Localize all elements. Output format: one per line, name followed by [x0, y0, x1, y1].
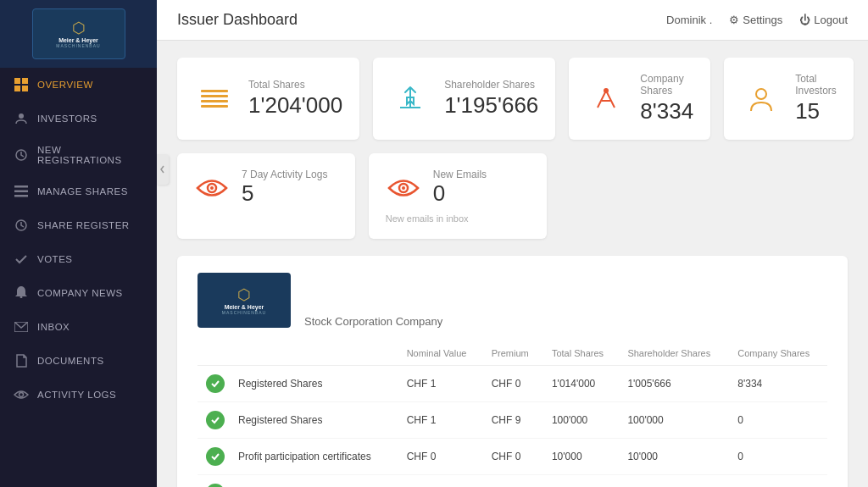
stat-card-company-shares: Company Shares 8'334 — [569, 58, 710, 140]
row-name-cell: Registered Shares — [198, 402, 398, 439]
logo-box: ⬡ Meier & Heyer MASCHINENBAU — [32, 8, 125, 59]
sidebar-item-manage-shares[interactable]: Manage Shares — [0, 174, 157, 208]
total-investors-label: Total Investors — [795, 73, 837, 97]
sidebar-item-company-news[interactable]: Company News — [0, 276, 157, 310]
share-register-icon — [14, 218, 29, 233]
stat-info-total-investors: Total Investors 15 — [795, 73, 837, 125]
sidebar-item-share-register-label: Share Register — [37, 220, 130, 230]
clock-icon — [14, 147, 29, 163]
sidebar-item-company-news-label: Company News — [37, 288, 123, 298]
row-company-shares: 0 — [729, 475, 827, 488]
bell-icon — [14, 285, 29, 301]
svg-rect-0 — [14, 78, 20, 84]
sidebar-collapse-button[interactable] — [157, 154, 169, 185]
envelope-icon — [14, 319, 29, 335]
row-name-cell: Participation Certificate — [198, 475, 398, 488]
row-shareholder-shares: 100'000 — [619, 402, 729, 439]
svg-point-19 — [402, 186, 405, 190]
row-nominal-value: CHF 0 — [398, 439, 483, 475]
total-shares-value: 1'204'000 — [248, 92, 342, 119]
row-premium: CHF 5.5 — [483, 475, 543, 488]
svg-rect-6 — [14, 185, 28, 188]
svg-rect-2 — [14, 86, 20, 91]
svg-rect-8 — [14, 195, 28, 197]
stat-card-total-investors: Total Investors 15 — [724, 58, 854, 140]
sidebar-item-overview-label: Overview — [37, 80, 93, 90]
row-shareholder-shares: 10'000 — [619, 439, 729, 475]
activity-logs-eye-icon — [194, 170, 230, 206]
shareholder-shares-icon — [390, 79, 431, 119]
logout-icon: ⏻ — [799, 14, 810, 26]
svg-point-13 — [604, 88, 609, 93]
sidebar-item-documents[interactable]: Documents — [0, 344, 157, 378]
sidebar-item-share-register[interactable]: Share Register — [0, 208, 157, 242]
stat-info-company-shares: Company Shares 8'334 — [640, 73, 693, 125]
shares-table: Nominal Value Premium Total Shares Share… — [198, 341, 827, 487]
list-icon — [14, 184, 29, 199]
sidebar-item-manage-shares-label: Manage Shares — [37, 186, 128, 196]
sidebar-item-inbox-label: Inbox — [37, 322, 70, 332]
table-row: Registered Shares CHF 1 CHF 0 1'014'000 … — [198, 366, 827, 402]
new-emails-info: New Emails 0 — [433, 169, 487, 207]
table-header-row: Nominal Value Premium Total Shares Share… — [198, 341, 827, 366]
row-total-shares: 80'000 — [543, 475, 619, 488]
content-area: Total Shares 1'204'000 Shareholder Share… — [157, 41, 868, 487]
activity-card-logs-inner: 7 Day Activity Logs 5 — [194, 169, 338, 207]
check-icon — [14, 252, 29, 267]
col-header-company-shares: Company Shares — [729, 341, 827, 366]
svg-rect-7 — [14, 191, 28, 193]
table-row: Profit participation certificates CHF 0 … — [198, 439, 827, 475]
sidebar-item-inbox[interactable]: Inbox — [0, 310, 157, 344]
sidebar-item-activity-logs-label: Activity Logs — [37, 390, 116, 400]
total-investors-value: 15 — [795, 98, 837, 125]
svg-point-4 — [19, 113, 24, 119]
row-shareholder-shares: 80'000 — [619, 475, 729, 488]
row-premium: CHF 0 — [483, 439, 543, 475]
row-premium: CHF 9 — [483, 402, 543, 439]
eye-nav-icon — [14, 387, 29, 402]
gear-icon: ⚙ — [729, 14, 739, 26]
settings-link[interactable]: ⚙ Settings — [729, 14, 782, 26]
sidebar: ⬡ Meier & Heyer MASCHINENBAU Overview In… — [0, 0, 157, 487]
new-emails-sub: New emails in inbox — [386, 213, 530, 224]
activity-logs-info: 7 Day Activity Logs 5 — [242, 169, 327, 207]
total-shares-label: Total Shares — [248, 79, 342, 91]
document-icon — [14, 353, 29, 368]
row-total-shares: 100'000 — [543, 402, 619, 439]
topbar-username: Dominik . — [666, 14, 712, 26]
company-name: Stock Corporation Company — [304, 315, 442, 328]
total-investors-icon — [741, 79, 782, 119]
svg-point-12 — [19, 393, 24, 397]
topbar-right: Dominik . ⚙ Settings ⏻ Logout — [666, 14, 848, 26]
row-company-shares: 8'334 — [729, 366, 827, 402]
row-total-shares: 1'014'000 — [543, 366, 619, 402]
shareholder-shares-value: 1'195'666 — [444, 92, 538, 119]
row-icon — [206, 484, 225, 487]
col-header-shareholder-shares: Shareholder Shares — [619, 341, 729, 366]
total-shares-icon — [194, 79, 235, 119]
row-total-shares: 10'000 — [543, 439, 619, 475]
svg-point-15 — [756, 89, 766, 99]
sidebar-item-activity-logs[interactable]: Activity Logs — [0, 378, 157, 412]
new-emails-eye-icon — [386, 170, 421, 206]
col-header-premium: Premium — [483, 341, 543, 366]
row-icon — [206, 447, 225, 466]
row-shareholder-shares: 1'005'666 — [619, 366, 729, 402]
shareholder-shares-label: Shareholder Shares — [444, 79, 538, 91]
person-icon — [14, 111, 29, 126]
logo-company-sub: MASCHINENBAU — [56, 43, 100, 48]
row-premium: CHF 0 — [483, 366, 543, 402]
logout-link[interactable]: ⏻ Logout — [799, 14, 848, 26]
sidebar-item-votes[interactable]: Votes — [0, 242, 157, 276]
sidebar-item-new-registrations[interactable]: New Registrations — [0, 136, 157, 174]
new-emails-value: 0 — [433, 180, 487, 207]
sidebar-item-overview[interactable]: Overview — [0, 68, 157, 102]
topbar: Issuer Dashboard Dominik . ⚙ Settings ⏻ … — [157, 0, 868, 41]
stats-row: Total Shares 1'204'000 Shareholder Share… — [177, 58, 848, 140]
row-nominal-value: CHF 1 — [398, 475, 483, 488]
sidebar-item-investors[interactable]: Investors — [0, 102, 157, 136]
activity-card-emails: New Emails 0 New emails in inbox — [369, 153, 547, 239]
company-logo-sub: MASCHINENBAU — [222, 310, 266, 315]
page-title: Issuer Dashboard — [177, 11, 298, 29]
svg-point-17 — [210, 186, 214, 190]
